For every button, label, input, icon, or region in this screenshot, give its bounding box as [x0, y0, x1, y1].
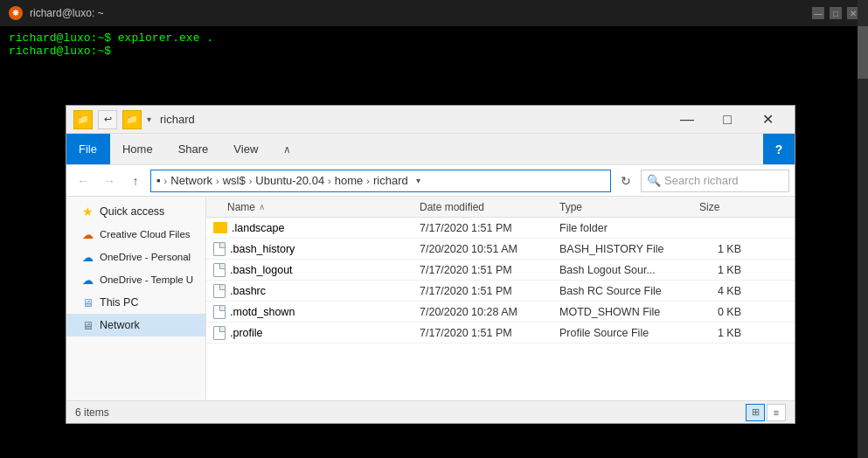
- column-type[interactable]: Type: [556, 201, 696, 213]
- file-name-text: .bash_history: [230, 243, 295, 255]
- path-segment-root[interactable]: ▪: [156, 174, 161, 187]
- file-type-cell: Bash Logout Sour...: [556, 264, 696, 276]
- forward-button[interactable]: →: [98, 170, 121, 192]
- file-date-cell: 7/20/2020 10:28 AM: [416, 306, 556, 318]
- file-size-cell: 0 KB: [696, 306, 748, 318]
- table-row[interactable]: .landscape 7/17/2020 1:51 PM File folder: [206, 218, 795, 239]
- terminal-line-1: richard@luxo:~$ explorer.exe .: [9, 31, 859, 45]
- file-name-cell: .landscape: [206, 222, 416, 234]
- ribbon-expand-btn[interactable]: ∧: [271, 134, 302, 164]
- tab-file[interactable]: File: [66, 134, 110, 164]
- file-name-cell: .bash_logout: [206, 263, 416, 277]
- file-date-cell: 7/17/2020 1:51 PM: [416, 327, 556, 339]
- tab-home[interactable]: Home: [110, 134, 166, 164]
- terminal-win-controls: — □ ✕: [812, 7, 859, 19]
- file-name-cell: .profile: [206, 326, 416, 340]
- sidebar-item-onedrive-temple[interactable]: ☁ OneDrive - Temple U: [66, 268, 205, 291]
- minimize-button[interactable]: —: [667, 106, 707, 134]
- window-controls: — □ ✕: [667, 106, 788, 134]
- terminal-titlebar: ❋ richard@luxo: ~ — □ ✕: [0, 0, 868, 26]
- table-row[interactable]: .profile 7/17/2020 1:51 PM Profile Sourc…: [206, 323, 795, 344]
- table-row[interactable]: .bash_history 7/20/2020 10:51 AM BASH_HI…: [206, 239, 795, 260]
- sidebar-label-quick-access: Quick access: [100, 205, 164, 218]
- back-button[interactable]: ←: [72, 170, 94, 192]
- file-name-text: .bashrc: [230, 285, 266, 297]
- item-count: 6 items: [75, 406, 109, 419]
- qs-folder-btn[interactable]: 📁: [73, 110, 93, 129]
- folder-icon: [213, 222, 227, 233]
- sidebar-item-network[interactable]: 🖥 Network: [66, 314, 205, 337]
- file-type-cell: BASH_HISTORY File: [556, 243, 696, 255]
- path-segment-richard[interactable]: richard: [373, 174, 408, 187]
- refresh-button[interactable]: ↻: [615, 170, 637, 192]
- file-type-cell: Profile Source File: [556, 327, 696, 339]
- onedrive-temple-icon: ☁: [80, 273, 94, 287]
- terminal-content: richard@luxo:~$ explorer.exe . richard@l…: [0, 26, 868, 63]
- terminal-title: richard@luxo: ~: [30, 7, 104, 19]
- col-type-label: Type: [559, 201, 582, 213]
- star-icon: ★: [80, 205, 94, 219]
- sidebar-item-this-pc[interactable]: 🖥 This PC: [66, 291, 205, 314]
- sidebar-label-creative-cloud: Creative Cloud Files: [100, 229, 191, 239]
- qs-dropdown-btn[interactable]: ▾: [147, 114, 151, 124]
- path-dropdown-btn[interactable]: ▾: [412, 170, 426, 192]
- terminal-line-2: richard@luxo:~$: [9, 45, 859, 58]
- computer-icon: 🖥: [80, 295, 94, 309]
- sidebar-item-onedrive-personal[interactable]: ☁ OneDrive - Personal: [66, 246, 205, 268]
- explorer-window: 📁 ↩ 📁 ▾ richard — □ ✕ File Home Share Vi…: [66, 105, 795, 424]
- maximize-button[interactable]: □: [707, 106, 747, 134]
- network-icon: 🖥: [80, 318, 94, 332]
- file-size-cell: 1 KB: [696, 327, 748, 339]
- path-arrow-4: ›: [328, 176, 331, 186]
- terminal-app-icon: ❋: [9, 6, 23, 20]
- addressbar: ← → ↑ ▪ › Network › wsl$ › Ubuntu-20.04 …: [66, 165, 795, 197]
- view-list-btn[interactable]: ≡: [767, 404, 786, 421]
- sidebar-item-creative-cloud[interactable]: ☁ Creative Cloud Files: [66, 223, 205, 246]
- tab-share[interactable]: Share: [166, 134, 222, 164]
- table-row[interactable]: .motd_shown 7/20/2020 10:28 AM MOTD_SHOW…: [206, 302, 795, 323]
- view-details-btn[interactable]: ⊞: [746, 404, 765, 421]
- up-button[interactable]: ↑: [124, 170, 147, 192]
- address-path[interactable]: ▪ › Network › wsl$ › Ubuntu-20.04 › home…: [150, 170, 611, 192]
- explorer-title: richard: [160, 113, 662, 126]
- search-box[interactable]: 🔍 Search richard: [641, 170, 789, 192]
- file-name-text: .bash_logout: [230, 264, 293, 276]
- column-date-modified[interactable]: Date modified: [416, 201, 556, 213]
- file-date-cell: 7/20/2020 10:51 AM: [416, 243, 556, 255]
- view-buttons: ⊞ ≡: [746, 404, 786, 421]
- column-size[interactable]: Size: [696, 201, 748, 213]
- col-sort-icon: ∧: [259, 202, 265, 212]
- close-button[interactable]: ✕: [747, 106, 788, 134]
- qs-folder2-btn[interactable]: 📁: [122, 110, 142, 129]
- file-icon: [213, 305, 226, 319]
- terminal-minimize-btn[interactable]: —: [812, 7, 824, 19]
- col-size-label: Size: [699, 201, 719, 213]
- qs-undo-btn[interactable]: ↩: [98, 110, 117, 129]
- terminal-prompt-1: richard@luxo:~$ explorer.exe .: [9, 31, 213, 45]
- col-date-label: Date modified: [420, 201, 484, 213]
- explorer-titlebar: 📁 ↩ 📁 ▾ richard — □ ✕: [66, 106, 795, 134]
- file-list-header: Name ∧ Date modified Type Size: [206, 197, 795, 218]
- ribbon-help-btn[interactable]: ?: [763, 134, 795, 164]
- file-type-cell: MOTD_SHOWN File: [556, 306, 696, 318]
- terminal-scrollbar-thumb[interactable]: [858, 26, 868, 79]
- path-segment-network[interactable]: Network: [170, 174, 212, 187]
- file-icon: [213, 263, 226, 277]
- path-segment-ubuntu[interactable]: Ubuntu-20.04: [255, 174, 324, 187]
- terminal-maximize-btn[interactable]: □: [830, 7, 842, 19]
- sidebar-item-quick-access[interactable]: ★ Quick access: [66, 200, 205, 223]
- path-segment-home[interactable]: home: [335, 174, 364, 187]
- file-icon: [213, 326, 226, 340]
- path-segment-wsl[interactable]: wsl$: [223, 174, 246, 187]
- file-list: Name ∧ Date modified Type Size .landscap…: [206, 197, 795, 400]
- tab-view[interactable]: View: [221, 134, 271, 164]
- file-icon: [213, 242, 226, 256]
- terminal-scrollbar[interactable]: [858, 0, 868, 458]
- creative-cloud-icon: ☁: [80, 227, 94, 241]
- file-size-cell: 1 KB: [696, 264, 748, 276]
- file-date-cell: 7/17/2020 1:51 PM: [416, 285, 556, 297]
- table-row[interactable]: .bashrc 7/17/2020 1:51 PM Bash RC Source…: [206, 281, 795, 302]
- column-name[interactable]: Name ∧: [206, 201, 416, 213]
- file-name-cell: .bashrc: [206, 284, 416, 298]
- table-row[interactable]: .bash_logout 7/17/2020 1:51 PM Bash Logo…: [206, 260, 795, 281]
